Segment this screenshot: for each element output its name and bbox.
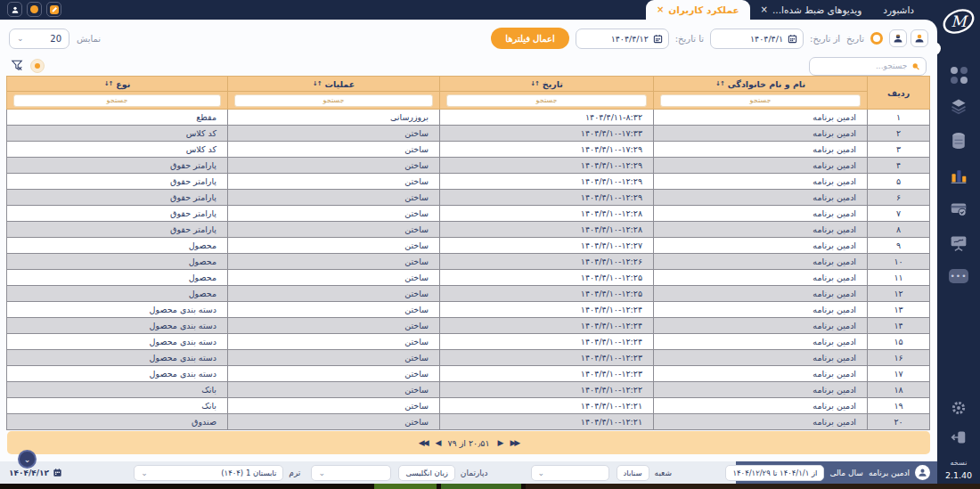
sort-icon[interactable]: ↑↓ xyxy=(530,80,539,87)
department-value[interactable]: زبان انگلیسی xyxy=(398,465,454,481)
column-header-operation[interactable]: عملیات↑↓ xyxy=(228,77,440,92)
fiscal-year-value[interactable]: از ۱۴۰۴/۱/۱ تا ۱۴۰۴/۱۲/۲۹ xyxy=(725,465,824,481)
table-row[interactable]: ۱۷ ادمین برنامه ۱۴۰۴/۴/۱۰-۱۲:۲۳ ساختن دس… xyxy=(7,366,930,382)
table-row[interactable]: ۵ ادمین برنامه ۱۴۰۴/۴/۱۰-۱۲:۲۹ ساختن پار… xyxy=(7,174,930,190)
calendar-icon xyxy=(53,468,62,477)
app-logo: M xyxy=(940,4,977,42)
sort-icon[interactable]: ↑↓ xyxy=(715,80,724,87)
sidebar-item-reports-active[interactable] xyxy=(950,167,968,188)
today-date-value: ۱۴۰۴/۴/۱۲ xyxy=(9,469,49,477)
page-size-select[interactable]: 20 ⌄ xyxy=(9,29,69,49)
sidebar-item-database[interactable] xyxy=(951,132,967,153)
department-extra-select[interactable]: ⌄ xyxy=(311,465,391,481)
edit-button[interactable] xyxy=(46,2,61,17)
cell-date: ۱۴۰۴/۴/۱۰-۱۷:۲۹ xyxy=(440,142,654,158)
cell-type: بانک xyxy=(7,398,228,414)
close-icon[interactable]: × xyxy=(657,5,664,14)
name-column-search-input[interactable] xyxy=(660,94,861,107)
notification-dot-icon xyxy=(30,5,38,13)
sidebar: M ••• xyxy=(937,0,980,484)
from-date-input[interactable]: ۱۴۰۴/۴/۱ xyxy=(710,29,804,49)
column-header-name[interactable]: نام و نام خانوادگی↑↓ xyxy=(654,77,868,92)
table-row[interactable]: ۴ ادمین برنامه ۱۴۰۴/۴/۱۰-۱۲:۲۹ ساختن پار… xyxy=(7,158,930,174)
term-select[interactable]: تابستان 1 (۱۴۰۴) ⌄ xyxy=(134,465,283,481)
cell-operation: ساختن xyxy=(228,334,440,350)
logout-button[interactable] xyxy=(951,430,967,448)
cell-operation: بروزرسانی xyxy=(228,110,440,126)
clear-filters-button[interactable] xyxy=(11,58,23,75)
date-column-search-input[interactable] xyxy=(446,94,647,107)
cell-date: ۱۴۰۴/۴/۱۰-۱۲:۲۵ xyxy=(440,286,654,302)
cell-date: ۱۴۰۴/۴/۱۰-۱۲:۲۸ xyxy=(440,222,654,238)
to-date-input[interactable]: ۱۴۰۴/۴/۱۲ xyxy=(576,29,669,49)
table-row[interactable]: ۱۶ ادمین برنامه ۱۴۰۴/۴/۱۰-۱۲:۲۳ ساختن دس… xyxy=(7,350,930,366)
table-row[interactable]: ۱۲ ادمین برنامه ۱۴۰۴/۴/۱۰-۱۲:۲۵ ساختن مح… xyxy=(7,286,930,302)
cell-date: ۱۴۰۴/۴/۱۰-۱۲:۲۹ xyxy=(440,190,654,206)
cell-operation: ساختن xyxy=(228,302,440,318)
table-row[interactable]: ۱۴ ادمین برنامه ۱۴۰۴/۴/۱۰-۱۲:۲۴ ساختن دس… xyxy=(7,318,930,334)
sidebar-item-more[interactable]: ••• xyxy=(949,269,968,283)
table-row[interactable]: ۶ ادمین برنامه ۱۴۰۴/۴/۱۰-۱۲:۲۹ ساختن پار… xyxy=(7,190,930,206)
table-row[interactable]: ۱۸ ادمین برنامه ۱۴۰۴/۴/۱۰-۱۲:۲۲ ساختن با… xyxy=(7,382,930,398)
sidebar-item-payments[interactable] xyxy=(950,201,968,221)
table-row[interactable]: ۱۱ ادمین برنامه ۱۴۰۴/۴/۱۰-۱۲:۲۵ ساختن مح… xyxy=(7,270,930,286)
table-row[interactable]: ۲ ادمین برنامه ۱۴۰۴/۴/۱۰-۱۷:۳۳ ساختن کد … xyxy=(7,126,930,142)
table-row[interactable]: ۱۵ ادمین برنامه ۱۴۰۴/۴/۱۰-۱۲:۲۴ ساختن دس… xyxy=(7,334,930,350)
table-row[interactable]: ۳ ادمین برنامه ۱۴۰۴/۴/۱۰-۱۷:۲۹ ساختن کد … xyxy=(7,142,930,158)
sidebar-item-dashboard[interactable] xyxy=(951,67,968,84)
column-header-type[interactable]: نوع↑↓ xyxy=(7,77,228,92)
operation-column-search-input[interactable] xyxy=(234,94,433,107)
tab-recorded-videos-label: ویدیوهای ضبط شده‌ا... xyxy=(772,4,862,15)
table-row[interactable]: ۱۰ ادمین برنامه ۱۴۰۴/۴/۱۰-۱۲:۲۶ ساختن مح… xyxy=(7,254,930,270)
cell-date: ۱۴۰۴/۴/۱۰-۱۲:۲۹ xyxy=(440,158,654,174)
cell-operation: ساختن xyxy=(228,206,440,222)
table-row[interactable]: ۱۳ ادمین برنامه ۱۴۰۴/۴/۱۰-۱۲:۲۴ ساختن دس… xyxy=(7,302,930,318)
funnel-x-icon xyxy=(11,59,23,71)
database-icon xyxy=(951,132,967,150)
table-row[interactable]: ۱ ادمین برنامه ۱۴۰۴/۴/۱۱-۸:۳۲ بروزرسانی … xyxy=(7,110,930,126)
close-icon[interactable]: × xyxy=(761,5,768,14)
cell-date: ۱۴۰۴/۴/۱۰-۱۲:۲۴ xyxy=(440,318,654,334)
date-radio-icon[interactable] xyxy=(870,32,883,45)
credit-card-check-icon xyxy=(950,201,968,217)
previous-page-button[interactable]: ◀ xyxy=(436,439,440,447)
notification-button[interactable] xyxy=(27,2,42,17)
cell-name: ادمین برنامه xyxy=(654,302,868,318)
table-row[interactable]: ۹ ادمین برنامه ۱۴۰۴/۴/۱۰-۱۲:۲۷ ساختن محص… xyxy=(7,238,930,254)
user-filter-button-2[interactable] xyxy=(889,29,907,47)
layers-icon xyxy=(950,97,968,115)
sort-icon[interactable]: ↑↓ xyxy=(104,80,113,87)
type-column-search-input[interactable] xyxy=(13,94,220,107)
fiscal-year-label: سال مالی xyxy=(829,469,863,477)
table-row[interactable]: ۸ ادمین برنامه ۱۴۰۴/۴/۱۰-۱۲:۲۸ ساختن پار… xyxy=(7,222,930,238)
column-header-row-number[interactable]: ردیف xyxy=(868,77,930,110)
status-dot-button[interactable] xyxy=(30,59,45,73)
statusbar-toggle-button[interactable]: ⌄ xyxy=(18,450,37,469)
current-user-name: ادمین برنامه xyxy=(869,469,910,477)
search-input[interactable] xyxy=(815,61,907,70)
column-header-date[interactable]: تاریخ↑↓ xyxy=(440,77,654,92)
cell-name: ادمین برنامه xyxy=(654,270,868,286)
next-page-button[interactable]: ▶ xyxy=(498,439,502,447)
first-page-button[interactable]: ◀◀ xyxy=(419,439,428,447)
table-row[interactable]: ۱۹ ادمین برنامه ۱۴۰۴/۴/۱۰-۱۲:۲۱ ساختن با… xyxy=(7,398,930,414)
user-button[interactable] xyxy=(7,2,22,17)
tab-dashboard[interactable]: داشبورد xyxy=(872,0,925,20)
tab-user-performance[interactable]: عملکرد کاربران × xyxy=(646,0,750,20)
cell-name: ادمین برنامه xyxy=(654,206,868,222)
apply-filters-button[interactable]: اعمال فیلترها xyxy=(491,28,569,49)
sort-icon[interactable]: ↑↓ xyxy=(313,80,322,87)
settings-button[interactable] xyxy=(951,400,967,420)
cell-row-number: ۷ xyxy=(868,206,930,222)
table-row[interactable]: ۷ ادمین برنامه ۱۴۰۴/۴/۱۰-۱۲:۲۸ ساختن پار… xyxy=(7,206,930,222)
last-page-button[interactable]: ▶▶ xyxy=(510,439,519,447)
sidebar-item-layers[interactable] xyxy=(950,97,968,118)
branch-extra-select[interactable]: ⌄ xyxy=(531,465,609,481)
sidebar-item-presentation[interactable] xyxy=(950,234,968,256)
user-filter-button-1[interactable] xyxy=(911,29,928,47)
avatar[interactable] xyxy=(915,465,930,480)
branch-value[interactable]: سناباد xyxy=(617,465,649,481)
tab-recorded-videos[interactable]: ویدیوهای ضبط شده‌ا... × xyxy=(750,0,873,20)
table-row[interactable]: ۲۰ ادمین برنامه ۱۴۰۴/۴/۱۰-۱۲:۲۱ ساختن صن… xyxy=(7,414,930,430)
global-search xyxy=(809,57,927,76)
